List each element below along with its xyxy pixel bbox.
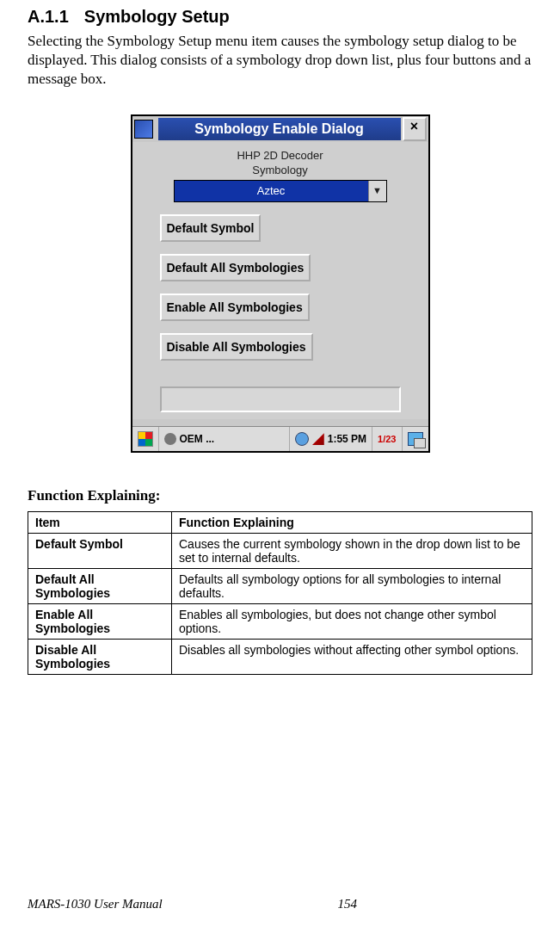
clock-label: 1:55 PM: [328, 433, 366, 445]
page-footer: MARS-1030 User Manual 154: [0, 897, 560, 912]
titlebar: Symbology Enable Dialog ×: [132, 116, 428, 142]
programs-button[interactable]: [403, 427, 428, 451]
task-icon: [164, 433, 176, 445]
default-symbol-button[interactable]: Default Symbol: [160, 214, 262, 242]
network-icon: [295, 432, 309, 446]
cell-desc: Causes the current symbology shown in th…: [172, 534, 532, 569]
default-all-button[interactable]: Default All Symbologies: [160, 254, 311, 281]
table-row: Disable All Symbologies Disables all sym…: [28, 640, 532, 675]
intro-paragraph: Selecting the Symbology Setup menu item …: [28, 32, 532, 89]
window-title: Symbology Enable Dialog: [158, 118, 401, 140]
dialog-window: Symbology Enable Dialog × HHP 2D Decoder…: [131, 114, 430, 453]
table-row: Default All Symbologies Defaults all sym…: [28, 569, 532, 604]
footer-manual-title: MARS-1030 User Manual: [28, 897, 163, 912]
task-label: OEM ...: [180, 433, 215, 445]
close-icon: ×: [410, 119, 418, 133]
section-title: Symbology Setup: [84, 7, 230, 26]
windows-flag-icon: [138, 431, 153, 447]
header-desc: Function Explaining: [172, 512, 532, 534]
cell-desc: Defaults all symbology options for all s…: [172, 569, 532, 604]
taskbar-task[interactable]: OEM ...: [159, 427, 290, 451]
cell-desc: Disables all symbologies without affecti…: [172, 640, 532, 675]
calendar-button[interactable]: 1/23: [372, 427, 402, 451]
table-header-row: Item Function Explaining: [28, 512, 532, 534]
cell-item: Default Symbol: [28, 534, 172, 569]
enable-all-button[interactable]: Enable All Symbologies: [160, 294, 310, 321]
message-box: [160, 386, 401, 412]
symbology-label: Symbology: [139, 164, 422, 176]
table-row: Enable All Symbologies Enables all symbo…: [28, 604, 532, 640]
system-icon: [134, 120, 153, 139]
symbology-dropdown[interactable]: Aztec ▼: [174, 180, 387, 202]
header-item: Item: [28, 512, 172, 534]
tray-area[interactable]: 1:55 PM: [290, 427, 372, 451]
dialog-client-area: HHP 2D Decoder Symbology Aztec ▼ Default…: [132, 142, 428, 419]
cell-item: Enable All Symbologies: [28, 604, 172, 640]
cell-item: Default All Symbologies: [28, 569, 172, 604]
disable-all-button[interactable]: Disable All Symbologies: [160, 333, 313, 361]
cell-desc: Enables all symbologies, but does not ch…: [172, 604, 532, 640]
close-button[interactable]: ×: [403, 117, 427, 141]
table-row: Default Symbol Causes the current symbol…: [28, 534, 532, 569]
section-number: A.1.1: [28, 7, 69, 26]
calendar-icon: 1/23: [378, 434, 396, 444]
function-explaining-heading: Function Explaining:: [28, 487, 532, 504]
signal-icon: [312, 433, 324, 445]
chevron-down-icon: ▼: [368, 181, 386, 201]
cell-item: Disable All Symbologies: [28, 640, 172, 675]
dialog-figure: Symbology Enable Dialog × HHP 2D Decoder…: [28, 114, 532, 453]
taskbar: OEM ... 1:55 PM 1/23: [132, 426, 428, 451]
start-button[interactable]: [132, 427, 159, 451]
symbology-dropdown-value: Aztec: [175, 181, 368, 201]
function-table: Item Function Explaining Default Symbol …: [28, 511, 532, 675]
app-header-label: HHP 2D Decoder: [139, 149, 422, 162]
section-heading: A.1.1Symbology Setup: [28, 7, 532, 27]
programs-icon: [408, 432, 423, 446]
